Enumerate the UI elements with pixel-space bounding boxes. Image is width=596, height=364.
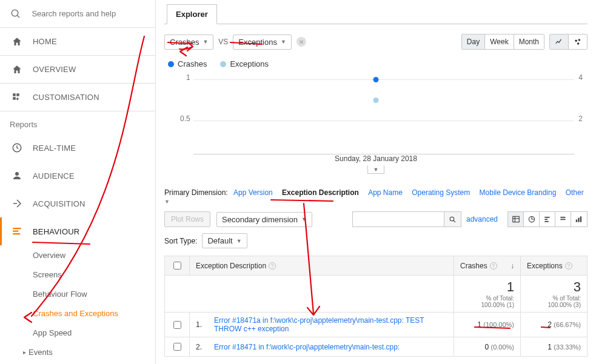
- view-pivot-icon[interactable]: [571, 212, 587, 227]
- nav-realtime[interactable]: REAL-TIME: [0, 134, 155, 162]
- header-exception-description[interactable]: Exception Description?: [190, 256, 454, 276]
- header-checkbox-cell: [165, 256, 190, 276]
- line-chart-icon[interactable]: [550, 35, 569, 49]
- nav-audience-label: AUDIENCE: [33, 171, 75, 180]
- svg-rect-22: [544, 217, 549, 218]
- table-view-group: [507, 211, 588, 227]
- dim-exception-description[interactable]: Exception Description: [282, 188, 359, 197]
- svg-rect-28: [562, 219, 565, 220]
- chart-legend: Crashes Exceptions: [168, 59, 588, 68]
- y-right-4: 4: [578, 73, 583, 82]
- svg-rect-18: [512, 216, 519, 222]
- dim-app-name[interactable]: App Name: [368, 188, 403, 197]
- primary-metric-select[interactable]: Crashes ▼: [164, 35, 213, 50]
- row-checkbox[interactable]: [173, 343, 181, 351]
- behaviour-sub-items: Overview Screens Behaviour Flow Crashes …: [0, 245, 155, 342]
- sort-row: Sort Type: Default ▼: [164, 233, 588, 248]
- overview-icon: [10, 64, 24, 75]
- chart-type-group: [549, 34, 588, 50]
- dim-app-version[interactable]: App Version: [233, 188, 273, 197]
- help-icon[interactable]: ?: [565, 262, 572, 270]
- header-exceptions[interactable]: Exceptions?: [521, 256, 588, 276]
- data-point-crashes: [373, 77, 379, 82]
- svg-rect-29: [576, 220, 577, 222]
- legend-crashes-label: Crashes: [178, 59, 207, 68]
- data-point-exceptions: [373, 98, 379, 103]
- time-week[interactable]: Week: [485, 35, 514, 49]
- legend-dot-exceptions: [220, 61, 226, 67]
- chart: 1 0.5 4 2 Sunday, 28 January 2018 ▼: [164, 72, 588, 163]
- main-panel: Explorer Crashes ▼ VS Exceptions ▼ ✕ Day…: [156, 0, 596, 364]
- sub-events[interactable]: ▸ Events: [0, 342, 155, 362]
- search-row: [0, 0, 155, 28]
- table-search: [352, 211, 461, 227]
- caret-down-icon: ▼: [281, 39, 286, 45]
- nav-behaviour-label: BEHAVIOUR: [33, 227, 79, 236]
- y-right-2: 2: [578, 114, 583, 123]
- svg-rect-3: [13, 93, 16, 96]
- nav-overview[interactable]: OVERVIEW: [0, 56, 155, 84]
- table-search-button[interactable]: [444, 212, 461, 227]
- row-exception-link[interactable]: Error #18471 in f:\work\c-proj\appteleme…: [214, 343, 400, 351]
- dim-device-branding[interactable]: Mobile Device Branding: [480, 188, 557, 197]
- chart-date-label: Sunday, 28 January 2018: [335, 154, 417, 163]
- time-month[interactable]: Month: [514, 35, 544, 49]
- caret-down-icon: ▼: [236, 238, 242, 244]
- sub-crashes-exceptions[interactable]: Crashes and Exceptions: [33, 303, 155, 323]
- nav-home-label: HOME: [33, 37, 57, 46]
- nav-customisation[interactable]: CUSTOMISATION: [0, 84, 155, 111]
- row-checkbox[interactable]: [173, 321, 181, 329]
- sort-type-value: Default: [207, 236, 232, 245]
- chart-expand-caret[interactable]: ▼: [367, 165, 384, 174]
- svg-rect-4: [16, 93, 19, 96]
- table-search-input[interactable]: [353, 212, 444, 227]
- time-granularity-group: Day Week Month: [461, 34, 544, 50]
- header-crashes[interactable]: Crashes?↓: [454, 256, 521, 276]
- svg-rect-23: [544, 219, 547, 220]
- primary-metric-label: Crashes: [170, 38, 199, 47]
- sub-screens[interactable]: Screens: [33, 265, 155, 284]
- secondary-metric-select[interactable]: Exceptions ▼: [233, 35, 292, 50]
- sub-app-speed[interactable]: App Speed: [33, 323, 155, 342]
- help-icon[interactable]: ?: [269, 262, 276, 270]
- caret-down-icon: ▼: [203, 39, 208, 45]
- view-pie-icon[interactable]: [524, 212, 540, 227]
- nav-audience[interactable]: AUDIENCE: [0, 162, 155, 190]
- svg-rect-12: [13, 233, 20, 234]
- select-all-checkbox[interactable]: [173, 262, 181, 270]
- sub-overview[interactable]: Overview: [33, 245, 155, 265]
- primary-dimension-label: Primary Dimension:: [164, 188, 228, 197]
- nav-behaviour[interactable]: BEHAVIOUR: [0, 217, 155, 245]
- time-day[interactable]: Day: [462, 35, 485, 49]
- reports-header: Reports: [0, 111, 155, 134]
- svg-rect-10: [13, 228, 21, 229]
- view-bar-icon[interactable]: [540, 212, 555, 227]
- advanced-link[interactable]: advanced: [466, 215, 498, 223]
- caret-right-icon: ▸: [23, 349, 26, 356]
- motion-chart-icon[interactable]: [569, 35, 587, 49]
- svg-rect-27: [560, 219, 562, 220]
- row-exception-link[interactable]: Error #18471a in f:\work\c-proj\apptelem…: [214, 316, 424, 333]
- nav-acquisition-label: ACQUISITION: [33, 199, 85, 208]
- sub-behaviour-flow[interactable]: Behaviour Flow: [33, 284, 155, 303]
- svg-line-17: [454, 220, 455, 222]
- table-row: 2. Error #18471 in f:\work\c-proj\apptel…: [165, 337, 588, 357]
- view-data-table-icon[interactable]: [508, 212, 524, 227]
- search-input[interactable]: [30, 8, 150, 19]
- svg-rect-26: [563, 217, 566, 218]
- sort-desc-icon: ↓: [511, 262, 514, 270]
- tab-explorer[interactable]: Explorer: [167, 4, 217, 24]
- nav-customisation-label: CUSTOMISATION: [33, 93, 99, 102]
- behaviour-icon: [10, 226, 24, 237]
- svg-rect-24: [544, 221, 548, 222]
- y-left-05: 0.5: [180, 114, 190, 123]
- view-comparison-icon[interactable]: [555, 212, 571, 227]
- clear-secondary-metric[interactable]: ✕: [296, 37, 306, 47]
- sort-type-select[interactable]: Default ▼: [202, 233, 247, 248]
- help-icon[interactable]: ?: [490, 262, 497, 270]
- secondary-dimension-select[interactable]: Secondary dimension ▼: [216, 212, 312, 227]
- nav-acquisition[interactable]: ACQUISITION: [0, 190, 155, 217]
- svg-rect-7: [16, 98, 19, 99]
- nav-home[interactable]: HOME: [0, 28, 155, 56]
- dim-os[interactable]: Operating System: [412, 188, 470, 197]
